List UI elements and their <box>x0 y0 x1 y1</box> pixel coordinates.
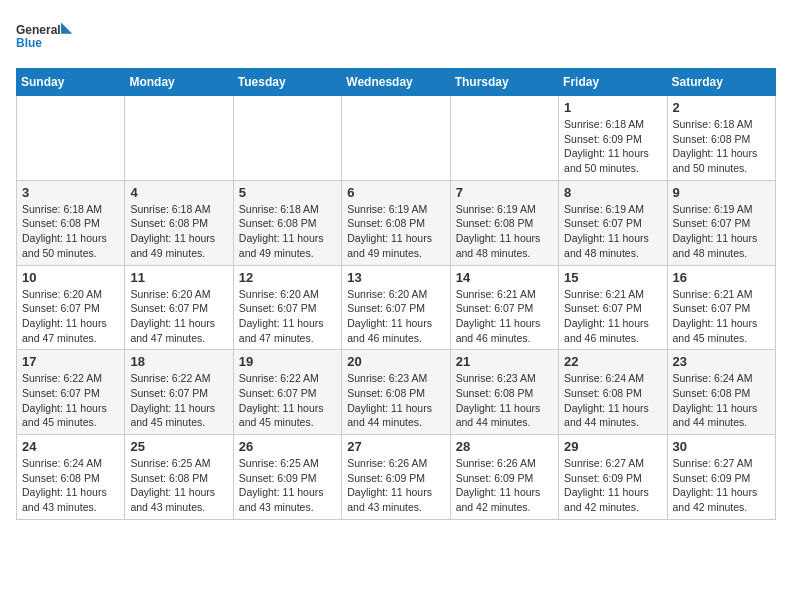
svg-marker-2 <box>61 23 72 34</box>
day-number: 6 <box>347 185 444 200</box>
logo: GeneralBlue <box>16 16 76 56</box>
day-number: 28 <box>456 439 553 454</box>
calendar-day-cell: 20Sunrise: 6:23 AM Sunset: 6:08 PM Dayli… <box>342 350 450 435</box>
calendar-day-cell: 3Sunrise: 6:18 AM Sunset: 6:08 PM Daylig… <box>17 180 125 265</box>
day-info: Sunrise: 6:18 AM Sunset: 6:08 PM Dayligh… <box>673 117 770 176</box>
calendar-week-row: 10Sunrise: 6:20 AM Sunset: 6:07 PM Dayli… <box>17 265 776 350</box>
day-info: Sunrise: 6:21 AM Sunset: 6:07 PM Dayligh… <box>456 287 553 346</box>
day-number: 19 <box>239 354 336 369</box>
logo-icon: GeneralBlue <box>16 16 76 56</box>
day-info: Sunrise: 6:19 AM Sunset: 6:07 PM Dayligh… <box>673 202 770 261</box>
calendar-week-row: 24Sunrise: 6:24 AM Sunset: 6:08 PM Dayli… <box>17 435 776 520</box>
day-number: 9 <box>673 185 770 200</box>
day-info: Sunrise: 6:18 AM Sunset: 6:08 PM Dayligh… <box>130 202 227 261</box>
day-number: 26 <box>239 439 336 454</box>
day-info: Sunrise: 6:23 AM Sunset: 6:08 PM Dayligh… <box>456 371 553 430</box>
calendar-day-cell: 28Sunrise: 6:26 AM Sunset: 6:09 PM Dayli… <box>450 435 558 520</box>
calendar-header: SundayMondayTuesdayWednesdayThursdayFrid… <box>17 69 776 96</box>
day-info: Sunrise: 6:20 AM Sunset: 6:07 PM Dayligh… <box>130 287 227 346</box>
calendar-day-cell: 12Sunrise: 6:20 AM Sunset: 6:07 PM Dayli… <box>233 265 341 350</box>
day-number: 11 <box>130 270 227 285</box>
calendar-day-cell: 4Sunrise: 6:18 AM Sunset: 6:08 PM Daylig… <box>125 180 233 265</box>
day-number: 8 <box>564 185 661 200</box>
calendar-day-cell: 14Sunrise: 6:21 AM Sunset: 6:07 PM Dayli… <box>450 265 558 350</box>
day-info: Sunrise: 6:27 AM Sunset: 6:09 PM Dayligh… <box>673 456 770 515</box>
calendar-day-cell: 19Sunrise: 6:22 AM Sunset: 6:07 PM Dayli… <box>233 350 341 435</box>
day-number: 7 <box>456 185 553 200</box>
day-info: Sunrise: 6:19 AM Sunset: 6:07 PM Dayligh… <box>564 202 661 261</box>
day-info: Sunrise: 6:25 AM Sunset: 6:09 PM Dayligh… <box>239 456 336 515</box>
calendar-day-cell: 23Sunrise: 6:24 AM Sunset: 6:08 PM Dayli… <box>667 350 775 435</box>
calendar-day-cell: 24Sunrise: 6:24 AM Sunset: 6:08 PM Dayli… <box>17 435 125 520</box>
calendar-day-cell: 30Sunrise: 6:27 AM Sunset: 6:09 PM Dayli… <box>667 435 775 520</box>
day-info: Sunrise: 6:26 AM Sunset: 6:09 PM Dayligh… <box>456 456 553 515</box>
day-number: 23 <box>673 354 770 369</box>
calendar-day-cell: 8Sunrise: 6:19 AM Sunset: 6:07 PM Daylig… <box>559 180 667 265</box>
day-info: Sunrise: 6:24 AM Sunset: 6:08 PM Dayligh… <box>564 371 661 430</box>
calendar-day-cell: 1Sunrise: 6:18 AM Sunset: 6:09 PM Daylig… <box>559 96 667 181</box>
day-number: 25 <box>130 439 227 454</box>
day-number: 30 <box>673 439 770 454</box>
day-number: 24 <box>22 439 119 454</box>
day-number: 16 <box>673 270 770 285</box>
day-of-week-header: Tuesday <box>233 69 341 96</box>
day-info: Sunrise: 6:27 AM Sunset: 6:09 PM Dayligh… <box>564 456 661 515</box>
calendar-day-cell: 2Sunrise: 6:18 AM Sunset: 6:08 PM Daylig… <box>667 96 775 181</box>
calendar-day-cell: 26Sunrise: 6:25 AM Sunset: 6:09 PM Dayli… <box>233 435 341 520</box>
calendar-day-cell: 18Sunrise: 6:22 AM Sunset: 6:07 PM Dayli… <box>125 350 233 435</box>
calendar-day-cell: 15Sunrise: 6:21 AM Sunset: 6:07 PM Dayli… <box>559 265 667 350</box>
day-number: 12 <box>239 270 336 285</box>
calendar-day-cell: 29Sunrise: 6:27 AM Sunset: 6:09 PM Dayli… <box>559 435 667 520</box>
day-number: 2 <box>673 100 770 115</box>
day-number: 3 <box>22 185 119 200</box>
day-info: Sunrise: 6:26 AM Sunset: 6:09 PM Dayligh… <box>347 456 444 515</box>
day-info: Sunrise: 6:24 AM Sunset: 6:08 PM Dayligh… <box>22 456 119 515</box>
day-number: 18 <box>130 354 227 369</box>
day-info: Sunrise: 6:18 AM Sunset: 6:08 PM Dayligh… <box>22 202 119 261</box>
calendar-day-cell <box>17 96 125 181</box>
calendar-day-cell <box>342 96 450 181</box>
calendar-day-cell <box>233 96 341 181</box>
day-number: 14 <box>456 270 553 285</box>
day-number: 5 <box>239 185 336 200</box>
day-of-week-header: Thursday <box>450 69 558 96</box>
day-number: 21 <box>456 354 553 369</box>
calendar-week-row: 3Sunrise: 6:18 AM Sunset: 6:08 PM Daylig… <box>17 180 776 265</box>
day-info: Sunrise: 6:22 AM Sunset: 6:07 PM Dayligh… <box>22 371 119 430</box>
day-info: Sunrise: 6:19 AM Sunset: 6:08 PM Dayligh… <box>456 202 553 261</box>
calendar-day-cell <box>450 96 558 181</box>
day-of-week-header: Wednesday <box>342 69 450 96</box>
calendar-day-cell: 11Sunrise: 6:20 AM Sunset: 6:07 PM Dayli… <box>125 265 233 350</box>
calendar-week-row: 1Sunrise: 6:18 AM Sunset: 6:09 PM Daylig… <box>17 96 776 181</box>
calendar-day-cell: 6Sunrise: 6:19 AM Sunset: 6:08 PM Daylig… <box>342 180 450 265</box>
calendar-day-cell: 10Sunrise: 6:20 AM Sunset: 6:07 PM Dayli… <box>17 265 125 350</box>
day-number: 29 <box>564 439 661 454</box>
day-info: Sunrise: 6:20 AM Sunset: 6:07 PM Dayligh… <box>239 287 336 346</box>
day-of-week-header: Sunday <box>17 69 125 96</box>
day-info: Sunrise: 6:20 AM Sunset: 6:07 PM Dayligh… <box>22 287 119 346</box>
day-number: 17 <box>22 354 119 369</box>
day-info: Sunrise: 6:22 AM Sunset: 6:07 PM Dayligh… <box>239 371 336 430</box>
day-info: Sunrise: 6:21 AM Sunset: 6:07 PM Dayligh… <box>564 287 661 346</box>
day-number: 15 <box>564 270 661 285</box>
day-of-week-header: Friday <box>559 69 667 96</box>
calendar-day-cell: 13Sunrise: 6:20 AM Sunset: 6:07 PM Dayli… <box>342 265 450 350</box>
page-header: GeneralBlue <box>16 16 776 56</box>
day-of-week-header: Saturday <box>667 69 775 96</box>
calendar-body: 1Sunrise: 6:18 AM Sunset: 6:09 PM Daylig… <box>17 96 776 520</box>
calendar-day-cell: 9Sunrise: 6:19 AM Sunset: 6:07 PM Daylig… <box>667 180 775 265</box>
calendar-day-cell: 16Sunrise: 6:21 AM Sunset: 6:07 PM Dayli… <box>667 265 775 350</box>
calendar-table: SundayMondayTuesdayWednesdayThursdayFrid… <box>16 68 776 520</box>
day-number: 22 <box>564 354 661 369</box>
calendar-day-cell: 21Sunrise: 6:23 AM Sunset: 6:08 PM Dayli… <box>450 350 558 435</box>
svg-text:General: General <box>16 23 61 37</box>
calendar-day-cell: 22Sunrise: 6:24 AM Sunset: 6:08 PM Dayli… <box>559 350 667 435</box>
day-info: Sunrise: 6:23 AM Sunset: 6:08 PM Dayligh… <box>347 371 444 430</box>
day-number: 27 <box>347 439 444 454</box>
calendar-day-cell: 5Sunrise: 6:18 AM Sunset: 6:08 PM Daylig… <box>233 180 341 265</box>
day-info: Sunrise: 6:25 AM Sunset: 6:08 PM Dayligh… <box>130 456 227 515</box>
day-info: Sunrise: 6:19 AM Sunset: 6:08 PM Dayligh… <box>347 202 444 261</box>
calendar-day-cell: 17Sunrise: 6:22 AM Sunset: 6:07 PM Dayli… <box>17 350 125 435</box>
day-number: 4 <box>130 185 227 200</box>
day-number: 10 <box>22 270 119 285</box>
